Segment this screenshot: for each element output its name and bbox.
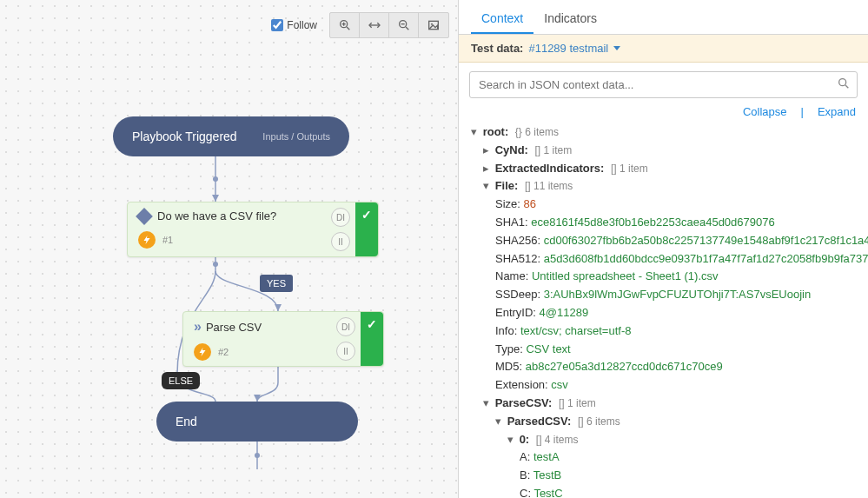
task2-id: #2 [218,347,229,357]
file-type[interactable]: Type: CSV text [471,341,856,359]
search-input[interactable] [469,71,858,98]
svg-line-6 [406,27,408,30]
svg-marker-15 [275,304,282,311]
json-tree[interactable]: ▾ root: {} 6 items ▸ CyNd: [] 1 item ▸ E… [459,123,868,498]
collapse-button[interactable]: Collapse [743,105,787,118]
image-icon [427,18,441,32]
playbook-end-title: End [176,415,197,428]
svg-point-14 [213,262,218,267]
canvas-toolbar: Follow [271,12,449,38]
tree-parsecsv[interactable]: ▾ ParseCSV: [] 1 item [471,395,856,413]
action-separator: | [801,105,804,118]
task2-chip-ii[interactable]: II [336,342,355,361]
tab-context[interactable]: Context [471,3,533,34]
follow-label: Follow [287,19,317,31]
test-data-bar: Test data: #11289 testmail [459,35,868,63]
action-icon: » [194,319,199,335]
task1-id: #1 [162,235,173,245]
task1-title: Do we have a CSV file? [157,209,276,222]
file-name[interactable]: Name: Untitled spreadsheet - Sheet1 (1).… [471,268,856,286]
row0-b[interactable]: B: TestB [471,467,856,485]
svg-marker-17 [254,395,261,402]
test-data-value: #11289 testmail [528,42,608,55]
follow-checkbox[interactable] [271,19,283,31]
playbook-end-node[interactable]: End [156,402,358,442]
search-icon [837,76,851,93]
tree-file[interactable]: ▾ File: [] 11 items [471,177,856,196]
playbook-start-io-label[interactable]: Inputs / Outputs [262,131,330,142]
task1-status-strip: ✓ [355,203,378,256]
svg-marker-12 [212,195,219,202]
task2-title: Parse CSV [206,321,262,334]
task-node-1[interactable]: Do we have a CSV file? #1 DI II ✓ [127,202,379,257]
follow-toggle[interactable]: Follow [271,19,317,31]
condition-icon [136,208,153,225]
file-sha256[interactable]: SHA256: cd00f63027fbb6b2a50b8c2257137749… [471,232,856,250]
canvas-tool-buttons [329,12,449,38]
panel-tabs: Context Indicators [459,0,868,35]
playbook-canvas[interactable]: Follow [0,0,458,498]
svg-point-11 [213,176,218,182]
automation-icon [138,231,156,249]
task1-chip-ii[interactable]: II [331,232,350,251]
caret-down-icon [613,46,620,50]
search-wrap [459,63,868,102]
branch-yes[interactable]: YES [260,275,293,292]
context-panel: Context Indicators Test data: #11289 tes… [458,0,868,498]
image-button[interactable] [419,13,448,37]
tree-extracted[interactable]: ▸ ExtractedIndicators: [] 1 item [471,160,856,178]
svg-point-19 [255,453,260,458]
tree-actions: Collapse | Expand [459,102,868,123]
file-extension[interactable]: Extension: csv [471,376,856,395]
test-data-label: Test data: [471,42,523,55]
file-ssdeep[interactable]: SSDeep: 3:AUhBx9lWmJGwFvpCFUZUTOhji7T:AS… [471,286,856,304]
zoom-out-icon [397,18,411,32]
test-data-dropdown[interactable]: #11289 testmail [528,42,620,55]
fit-width-icon [368,18,381,32]
row0-a[interactable]: A: testA [471,448,856,467]
task2-chip-di[interactable]: DI [336,317,355,336]
branch-else[interactable]: ELSE [162,372,200,389]
task-node-2[interactable]: » Parse CSV #2 DI II ✓ [182,311,384,367]
svg-line-1 [347,27,349,30]
tab-indicators[interactable]: Indicators [533,3,607,34]
zoom-in-button[interactable] [330,13,360,37]
zoom-in-icon [338,18,352,32]
fit-width-button[interactable] [360,13,389,37]
file-entryid[interactable]: EntryID: 4@11289 [471,304,856,322]
tree-cynd[interactable]: ▸ CyNd: [] 1 item [471,142,856,160]
check-icon: ✓ [361,208,372,222]
file-info[interactable]: Info: text/csv; charset=utf-8 [471,322,856,341]
playbook-start-title: Playbook Triggered [132,129,237,143]
svg-point-20 [839,79,846,86]
file-md5[interactable]: MD5: ab8c27e05a3d12827ccd0dc671c70ce9 [471,358,856,376]
svg-point-9 [431,23,433,25]
zoom-out-button[interactable] [389,13,419,37]
playbook-start-node[interactable]: Playbook Triggered Inputs / Outputs [113,116,349,156]
tree-parsedcsv[interactable]: ▾ ParsedCSV: [] 6 items [471,413,856,431]
expand-button[interactable]: Expand [818,105,856,118]
check-icon: ✓ [367,317,377,331]
row0-c[interactable]: C: TestC [471,485,856,498]
file-size[interactable]: Size: 86 [471,196,856,214]
task2-status-strip: ✓ [361,312,383,366]
file-sha1[interactable]: SHA1: ece8161f45d8e3f0b16eb2253caea45d0d… [471,214,856,232]
svg-line-21 [845,85,848,88]
automation-icon [194,343,211,361]
task1-chip-di[interactable]: DI [331,208,350,227]
tree-root[interactable]: ▾ root: {} 6 items [471,123,856,142]
file-sha512[interactable]: SHA512: a5d3d608fb1dd60bdcc9e0937b1f7a47… [471,250,856,269]
tree-row0[interactable]: ▾ 0: [] 4 items [471,431,856,449]
